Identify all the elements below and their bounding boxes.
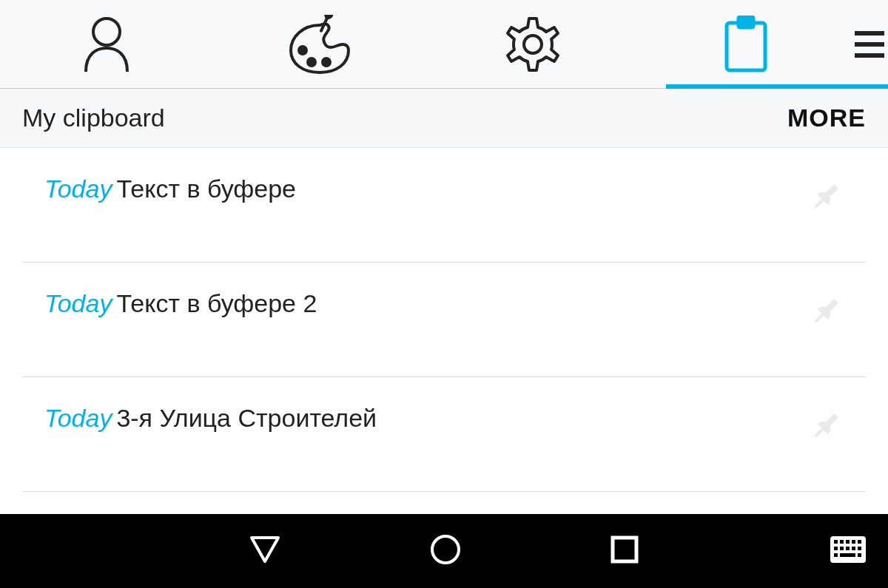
active-tab-indicator — [666, 84, 888, 89]
clipboard-list: TodayТекст в буфере TodayТекст в буфере … — [0, 148, 888, 514]
tab-settings[interactable] — [426, 0, 639, 88]
svg-rect-17 — [858, 540, 861, 544]
back-triangle-icon — [249, 554, 281, 567]
palette-icon — [286, 15, 353, 74]
svg-point-10 — [432, 536, 459, 563]
more-button[interactable]: MORE — [787, 104, 866, 132]
pin-icon[interactable] — [808, 294, 844, 332]
gear-icon — [504, 16, 562, 73]
home-circle-icon — [429, 555, 462, 568]
top-tab-bar — [0, 0, 888, 89]
svg-rect-11 — [613, 538, 636, 561]
svg-point-2 — [308, 58, 315, 66]
item-text: Текст в буфере — [116, 175, 296, 203]
svg-rect-25 — [858, 553, 861, 557]
back-button[interactable] — [249, 535, 281, 567]
svg-point-3 — [323, 58, 330, 66]
pin-icon[interactable] — [808, 408, 844, 447]
item-date: Today — [44, 404, 112, 432]
svg-point-1 — [299, 47, 306, 54]
clipboard-item[interactable]: TodayТекст в буфере — [22, 148, 866, 263]
svg-rect-21 — [852, 547, 855, 550]
svg-rect-20 — [846, 547, 850, 550]
home-button[interactable] — [429, 533, 462, 569]
svg-rect-15 — [846, 540, 850, 544]
item-text: 3-я Улица Строителей — [116, 404, 377, 432]
profile-icon — [81, 16, 132, 73]
menu-button[interactable] — [852, 0, 888, 88]
svg-rect-9 — [814, 428, 824, 438]
svg-rect-19 — [840, 547, 844, 550]
svg-rect-22 — [858, 547, 861, 550]
svg-rect-16 — [852, 540, 855, 544]
svg-rect-13 — [834, 540, 838, 544]
item-date: Today — [44, 289, 112, 317]
system-nav-bar — [0, 514, 888, 588]
tab-profile[interactable] — [0, 0, 213, 88]
svg-rect-24 — [840, 553, 855, 557]
svg-point-0 — [93, 18, 120, 45]
svg-rect-5 — [727, 23, 765, 70]
pin-icon[interactable] — [808, 179, 844, 217]
keyboard-button[interactable] — [830, 536, 866, 566]
hamburger-icon — [855, 31, 884, 58]
keyboard-icon — [830, 552, 866, 565]
item-text: Текст в буфере 2 — [116, 289, 317, 317]
clipboard-item[interactable]: Today3-я Улица Строителей — [22, 377, 866, 492]
tab-clipboard[interactable] — [639, 0, 852, 88]
recents-button[interactable] — [610, 535, 639, 567]
svg-rect-7 — [814, 199, 824, 209]
subheader: My clipboard MORE — [0, 89, 888, 148]
svg-rect-8 — [814, 314, 824, 323]
page-title: My clipboard — [22, 104, 165, 132]
tab-themes[interactable] — [213, 0, 426, 88]
svg-rect-6 — [739, 20, 753, 27]
clipboard-item[interactable]: TodayТекст в буфере 2 — [22, 263, 866, 377]
svg-point-4 — [524, 36, 542, 53]
svg-rect-23 — [834, 553, 838, 557]
svg-rect-18 — [834, 547, 838, 550]
svg-rect-14 — [840, 540, 844, 544]
item-date: Today — [44, 175, 112, 203]
recents-square-icon — [610, 554, 639, 567]
clipboard-icon — [722, 16, 770, 73]
